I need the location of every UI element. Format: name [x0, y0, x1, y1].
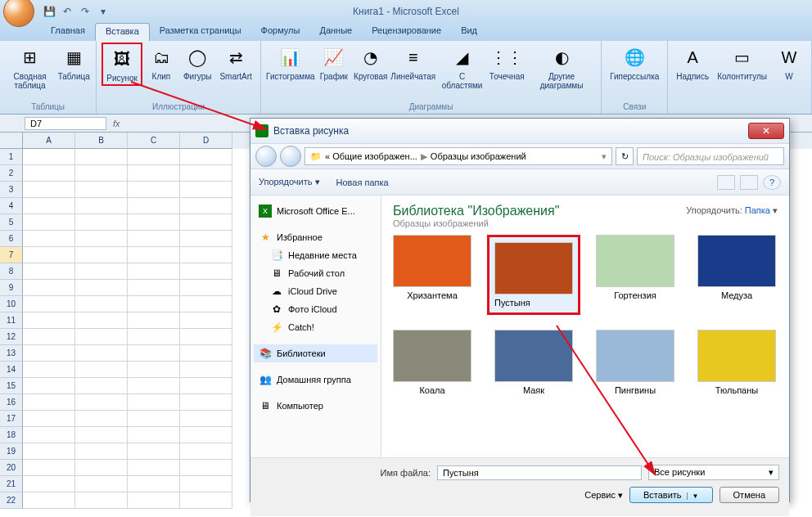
- pie-chart-button[interactable]: ◔Круговая: [353, 43, 389, 83]
- column-header[interactable]: C: [128, 133, 180, 149]
- cell[interactable]: [75, 198, 128, 214]
- line-chart-button[interactable]: 📈График: [317, 43, 351, 83]
- sidebar-homegroup[interactable]: 👥 Домашняя группа: [254, 371, 377, 389]
- file-filter-select[interactable]: Все рисунки▾: [648, 465, 779, 480]
- row-header[interactable]: 21: [0, 476, 23, 492]
- column-header[interactable]: B: [75, 133, 128, 149]
- row-header[interactable]: 7: [0, 247, 23, 263]
- cell[interactable]: [75, 182, 128, 198]
- tab-home[interactable]: Главная: [41, 23, 95, 41]
- preview-pane-button[interactable]: [740, 175, 758, 190]
- row-header[interactable]: 14: [0, 362, 23, 378]
- row-header[interactable]: 10: [0, 296, 23, 312]
- smartart-button[interactable]: ⇄SmartArt: [216, 43, 255, 83]
- row-header[interactable]: 8: [0, 263, 23, 280]
- row-header[interactable]: 18: [0, 427, 23, 443]
- cell[interactable]: [128, 312, 180, 329]
- search-input[interactable]: Поиск: Образцы изображений: [637, 147, 784, 165]
- cell[interactable]: [23, 296, 75, 312]
- thumbnail-Пустыня[interactable]: Пустыня: [494, 235, 573, 315]
- cell[interactable]: [23, 247, 75, 263]
- cell[interactable]: [23, 263, 75, 280]
- picture-button[interactable]: 🖼Рисунок: [102, 43, 142, 86]
- sidebar-office[interactable]: X Microsoft Office E...: [254, 202, 377, 220]
- cell[interactable]: [23, 492, 75, 509]
- cell[interactable]: [180, 362, 232, 378]
- close-button[interactable]: ✕: [748, 123, 784, 139]
- cell[interactable]: [128, 214, 180, 231]
- cell[interactable]: [180, 280, 232, 296]
- cell[interactable]: [128, 329, 180, 345]
- cell[interactable]: [75, 492, 128, 509]
- cell[interactable]: [180, 476, 232, 492]
- row-header[interactable]: 13: [0, 345, 23, 362]
- cell[interactable]: [128, 394, 180, 411]
- sidebar-item[interactable]: 📑Недавние места: [254, 246, 377, 264]
- sidebar-favorites[interactable]: ★ Избранное: [254, 228, 377, 246]
- redo-icon[interactable]: ↷: [77, 3, 93, 20]
- thumbnail-Тюльпаны[interactable]: Тюльпаны: [697, 330, 776, 395]
- fx-icon[interactable]: fx: [113, 119, 120, 128]
- thumbnail-Хризантема[interactable]: Хризантема: [393, 235, 471, 315]
- cell[interactable]: [23, 182, 75, 198]
- cancel-button[interactable]: Отмена: [720, 487, 779, 503]
- column-header[interactable]: D: [180, 133, 232, 149]
- cell[interactable]: [180, 312, 232, 329]
- sidebar-item[interactable]: ⚡Catch!: [254, 318, 377, 336]
- other-charts-button[interactable]: ◐Другие диаграммы: [527, 43, 596, 92]
- cell[interactable]: [75, 280, 128, 296]
- cell[interactable]: [128, 247, 180, 263]
- row-header[interactable]: 2: [0, 165, 23, 182]
- tools-button[interactable]: Сервис ▾: [584, 490, 623, 501]
- new-folder-button[interactable]: Новая папка: [336, 178, 389, 187]
- sidebar-computer[interactable]: 🖥 Компьютер: [254, 397, 377, 415]
- header-footer-button[interactable]: ▭Колонтитулы: [714, 43, 770, 83]
- cell[interactable]: [128, 280, 180, 296]
- refresh-button[interactable]: ↻: [616, 147, 634, 165]
- cell[interactable]: [180, 165, 232, 182]
- breadcrumb-part[interactable]: « Общие изображен...: [325, 151, 417, 161]
- cell[interactable]: [75, 214, 128, 231]
- tab-data[interactable]: Данные: [309, 23, 362, 41]
- cell[interactable]: [23, 427, 75, 443]
- thumbnail-Пингвины[interactable]: Пингвины: [596, 330, 674, 395]
- cell[interactable]: [128, 476, 180, 492]
- save-icon[interactable]: 💾: [41, 3, 57, 20]
- hyperlink-button[interactable]: 🌐Гиперссылка: [607, 43, 662, 83]
- cell[interactable]: [128, 362, 180, 378]
- column-header[interactable]: A: [23, 133, 75, 149]
- cell[interactable]: [23, 394, 75, 411]
- breadcrumb[interactable]: 📁 « Общие изображен... ▶ Образцы изображ…: [304, 147, 612, 165]
- tab-review[interactable]: Рецензирование: [362, 23, 451, 41]
- cell[interactable]: [23, 165, 75, 182]
- cell[interactable]: [180, 231, 232, 247]
- select-all-corner[interactable]: [0, 133, 23, 149]
- undo-icon[interactable]: ↶: [59, 3, 75, 20]
- tab-view[interactable]: Вид: [451, 23, 487, 41]
- cell[interactable]: [128, 198, 180, 214]
- cell[interactable]: [23, 345, 75, 362]
- cell[interactable]: [180, 427, 232, 443]
- row-header[interactable]: 5: [0, 214, 23, 231]
- cell[interactable]: [128, 492, 180, 509]
- table-button[interactable]: ▦Таблица: [56, 43, 91, 83]
- cell[interactable]: [23, 460, 75, 476]
- cell[interactable]: [23, 411, 75, 427]
- cell[interactable]: [75, 378, 128, 394]
- thumbnail-Гортензия[interactable]: Гортензия: [596, 235, 674, 315]
- cell[interactable]: [23, 378, 75, 394]
- cell[interactable]: [75, 411, 128, 427]
- cell[interactable]: [180, 443, 232, 460]
- cell[interactable]: [128, 411, 180, 427]
- cell[interactable]: [23, 231, 75, 247]
- sort-value[interactable]: Папка: [745, 205, 770, 215]
- cell[interactable]: [75, 394, 128, 411]
- pivot-table-button[interactable]: ⊞Сводная таблица: [5, 43, 55, 92]
- cell[interactable]: [180, 394, 232, 411]
- row-header[interactable]: 11: [0, 312, 23, 329]
- cell[interactable]: [23, 149, 75, 165]
- shapes-button[interactable]: ◯Фигуры: [180, 43, 214, 83]
- area-chart-button[interactable]: ◢С областями: [438, 43, 487, 92]
- tab-formulas[interactable]: Формулы: [251, 23, 310, 41]
- cell[interactable]: [128, 182, 180, 198]
